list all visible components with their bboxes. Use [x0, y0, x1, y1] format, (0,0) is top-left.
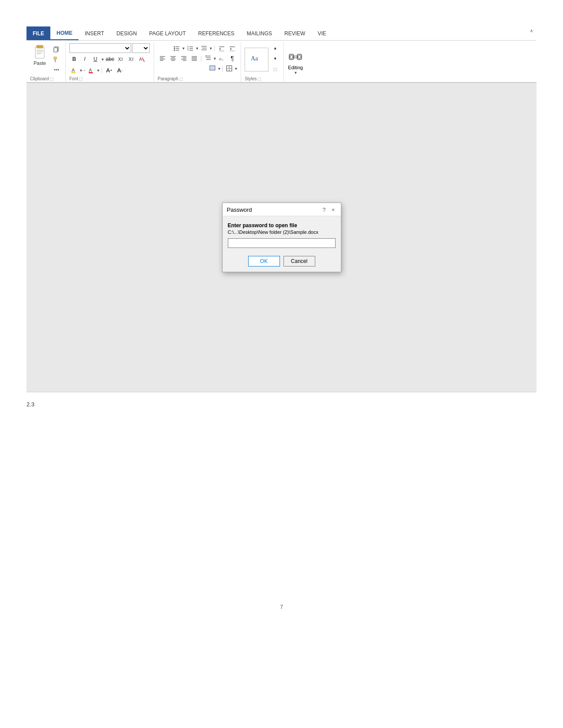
- sort-button[interactable]: A↓: [217, 53, 227, 63]
- font-name-select[interactable]: [69, 43, 131, 53]
- strikethrough-button[interactable]: abc: [105, 54, 115, 64]
- tab-insert[interactable]: INSERT: [79, 26, 110, 40]
- tab-file[interactable]: FILE: [26, 26, 50, 40]
- multilevel-list-button[interactable]: [199, 43, 209, 53]
- align-left-button[interactable]: [158, 53, 167, 63]
- dialog-controls: ? ×: [322, 206, 337, 214]
- styles-expand-icon[interactable]: ⬚: [257, 77, 261, 81]
- svg-point-21: [174, 48, 175, 49]
- tab-home[interactable]: HOME: [50, 26, 79, 40]
- paste-icon: [33, 44, 47, 60]
- svg-point-12: [58, 69, 59, 70]
- font-expand-icon[interactable]: ⬚: [79, 77, 83, 81]
- borders-button[interactable]: [224, 64, 234, 73]
- paragraph-expand-icon[interactable]: ⬚: [179, 77, 183, 81]
- tab-mailings[interactable]: MAILINGS: [241, 26, 278, 40]
- multilevel-dropdown[interactable]: ▾: [210, 46, 212, 51]
- paste-options-button[interactable]: [51, 65, 62, 75]
- numbered-list-button[interactable]: 1. 2. 3.: [185, 43, 195, 53]
- highlight-dropdown[interactable]: ▾: [80, 68, 82, 73]
- font-group: B I U ▾ abc X2 X2 A A: [66, 42, 154, 82]
- svg-rect-1: [35, 47, 44, 58]
- svg-point-10: [54, 69, 56, 70]
- align-right-button[interactable]: [179, 53, 189, 63]
- styles-up-button[interactable]: ▲: [270, 43, 280, 53]
- copy-button[interactable]: [51, 45, 62, 54]
- paste-button[interactable]: Paste: [30, 43, 49, 67]
- cancel-button[interactable]: Cancel: [283, 256, 315, 266]
- svg-line-14: [142, 58, 144, 62]
- styles-expand-button[interactable]: ⬚: [270, 64, 280, 74]
- font-size-increase-button[interactable]: A+: [104, 65, 114, 75]
- tab-view[interactable]: VIE: [311, 26, 332, 40]
- font-color-dropdown[interactable]: ▾: [97, 68, 99, 73]
- para-list-row: ▾ 1. 2. 3. ▾: [172, 43, 237, 53]
- font-selector-row: [69, 43, 150, 53]
- font-format-row: B I U ▾ abc X2 X2 A: [69, 54, 147, 64]
- editing-dropdown[interactable]: ▾: [295, 70, 297, 75]
- svg-text:A: A: [139, 57, 142, 62]
- font-color-separator: -: [83, 67, 85, 73]
- underline-button[interactable]: U: [91, 54, 100, 64]
- subscript-button[interactable]: X2: [116, 54, 125, 64]
- line-spacing-button[interactable]: [203, 53, 213, 63]
- borders-dropdown[interactable]: ▾: [235, 66, 237, 71]
- font-color-button[interactable]: A: [87, 65, 96, 75]
- tab-references[interactable]: REFERENCES: [192, 26, 241, 40]
- show-formatting-button[interactable]: ¶: [227, 53, 237, 63]
- tab-page-layout[interactable]: PAGE LAYOUT: [143, 26, 192, 40]
- highlight-color-button[interactable]: A: [69, 65, 79, 75]
- font-label: Font ⬚: [69, 76, 150, 81]
- shading-dropdown[interactable]: ▾: [218, 66, 220, 71]
- decrease-indent-button[interactable]: [217, 43, 227, 53]
- italic-button[interactable]: I: [80, 54, 90, 64]
- align-center-button[interactable]: [168, 53, 178, 63]
- bullet-dropdown[interactable]: ▾: [182, 46, 185, 51]
- svg-rect-5: [37, 53, 41, 54]
- svg-point-66: [290, 55, 293, 58]
- dialog-close-button[interactable]: ×: [329, 206, 337, 214]
- dialog-footer: OK Cancel: [223, 252, 341, 272]
- font-size-decrease-button[interactable]: A-: [115, 65, 125, 75]
- dialog-help-button[interactable]: ?: [322, 206, 325, 213]
- numbered-dropdown[interactable]: ▾: [196, 46, 198, 51]
- tab-review[interactable]: REVIEW: [278, 26, 311, 40]
- styles-group: Aa ▲ ▼ ⬚ Styles ⬚: [241, 42, 284, 82]
- clipboard-expand-icon[interactable]: ⬚: [50, 77, 54, 81]
- superscript-button[interactable]: X2: [126, 54, 136, 64]
- tab-design[interactable]: DESIGN: [110, 26, 143, 40]
- editing-button[interactable]: Editing ▾: [287, 49, 303, 75]
- ok-button[interactable]: OK: [248, 256, 280, 266]
- section-label: 2.3: [26, 392, 537, 408]
- bullet-list-button[interactable]: [172, 43, 181, 53]
- clear-format-button[interactable]: A: [137, 54, 147, 64]
- increase-indent-button[interactable]: [227, 43, 237, 53]
- dialog-title: Password: [227, 206, 252, 213]
- font-size-select[interactable]: [132, 43, 150, 53]
- styles-button[interactable]: Aa: [245, 48, 268, 71]
- svg-point-19: [174, 46, 175, 48]
- justify-button[interactable]: [189, 53, 199, 63]
- underline-dropdown[interactable]: ▾: [102, 57, 104, 62]
- font-separator: |: [101, 67, 102, 73]
- svg-rect-2: [37, 45, 43, 48]
- format-painter-button[interactable]: [51, 55, 62, 64]
- svg-rect-58: [210, 66, 215, 70]
- ribbon-tab-bar: FILE HOME INSERT DESIGN PAGE LAYOUT REFE…: [26, 26, 537, 41]
- svg-rect-7: [54, 48, 57, 52]
- svg-text:3.: 3.: [187, 49, 189, 51]
- dialog-overlay: Password ? × Enter password to open file…: [26, 83, 537, 392]
- svg-text:A: A: [89, 68, 92, 73]
- password-input[interactable]: [228, 238, 336, 248]
- bold-button[interactable]: B: [69, 54, 79, 64]
- para-shading-row: ▾ | ▾: [208, 64, 237, 73]
- shading-button[interactable]: [208, 64, 217, 73]
- editing-icon: [287, 49, 303, 65]
- svg-text:A: A: [72, 68, 75, 73]
- styles-label: Styles ⬚: [245, 76, 280, 81]
- document-area: Password ? × Enter password to open file…: [26, 83, 537, 392]
- styles-down-button[interactable]: ▼: [270, 54, 280, 64]
- line-spacing-dropdown[interactable]: ▾: [214, 56, 216, 61]
- para-align-row: | ▾ A↓ ¶: [158, 53, 237, 63]
- ribbon-collapse-icon[interactable]: ∧: [528, 26, 535, 35]
